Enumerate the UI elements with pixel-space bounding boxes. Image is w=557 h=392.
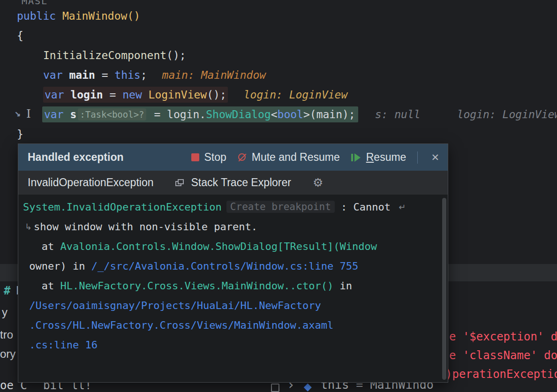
resume-label: Resume	[366, 151, 406, 164]
inline-type-hint: :Task<bool>?	[78, 108, 146, 121]
keyword-new: new	[122, 89, 148, 101]
clipped-label-y: y	[2, 306, 8, 319]
stack-trace-explorer-label: Stack Trace Explorer	[191, 176, 291, 189]
ref-login: login	[167, 108, 199, 121]
settings-gear-icon[interactable]: ⚙	[313, 176, 323, 189]
inline-hint-login: login: LoginView	[244, 89, 348, 101]
error-text-exception: e '$exception' doe	[449, 330, 557, 343]
stack-square-front	[178, 179, 184, 184]
frame-signature-avalonia: Avalonia.Controls.Window.ShowDialog[TRes…	[60, 241, 377, 252]
keyword-this: this	[114, 69, 140, 81]
resume-button[interactable]: Resume	[351, 151, 406, 164]
clipped-code-fragment: MASL	[22, 0, 48, 7]
at-prefix: at	[23, 241, 60, 252]
stop-icon	[191, 153, 199, 161]
resume-icon	[351, 153, 361, 162]
source-link-path-1[interactable]: /Users/oaimisgnay/Projects/HuaLai/HL.New…	[23, 300, 321, 311]
frame-signature-tail: owner) in	[23, 260, 91, 272]
open-brace: {	[17, 30, 23, 42]
trace-line-6: /Users/oaimisgnay/Projects/HuaLai/HL.New…	[23, 295, 443, 315]
trace-line-8: .cs:line 16	[23, 335, 443, 354]
method-showdialog: ShowDialog	[206, 108, 271, 121]
source-link-window-cs[interactable]: /_/src/Avalonia.Controls/Window.cs:line …	[91, 260, 359, 272]
stop-button[interactable]: Stop	[191, 151, 226, 164]
error-text-classname: e 'className' doe	[449, 349, 557, 362]
code-line-4[interactable]: var main = this; main: MainWindow	[43, 65, 266, 85]
header-divider	[417, 151, 418, 164]
close-button[interactable]: ✕	[429, 152, 441, 163]
stop-label: Stop	[204, 151, 226, 164]
panel-square-icon[interactable]	[271, 384, 279, 392]
assign-op: =	[148, 108, 167, 121]
code-line-1[interactable]: public MainWindow()	[17, 6, 140, 26]
exception-console[interactable]: System.InvalidOperationExceptionCreate b…	[18, 195, 448, 356]
stack-trace-explorer-icon	[175, 178, 186, 188]
clipped-label-tro: tro	[0, 328, 13, 341]
dialog-header: Handled exception Stop Mute and Resume	[18, 144, 448, 171]
code-line-6-current[interactable]: var s:Task<bool>? = login.ShowDialog<boo…	[42, 105, 557, 124]
exception-message-start: : Cannot	[335, 201, 397, 213]
stack-trace-explorer-button[interactable]: Stack Trace Explorer	[175, 176, 291, 189]
keyword-var: var	[44, 108, 70, 121]
statement-highlight: var login = new LoginView();	[43, 87, 228, 103]
close-brace: }	[17, 128, 23, 140]
in-suffix: in	[333, 280, 352, 292]
dialog-title: Handled exception	[28, 151, 123, 164]
type-loginview: LoginView	[149, 89, 207, 101]
keyword-bool: bool	[278, 108, 303, 121]
keyword-var: var	[45, 89, 70, 101]
generic-close: >(	[303, 108, 316, 121]
mute-and-resume-button[interactable]: Mute and Resume	[238, 151, 340, 164]
dialog-subheader: InvalidOperationException Stack Trace Ex…	[18, 171, 448, 195]
mute-breakpoints-icon	[238, 153, 247, 162]
keyword-var: var	[43, 69, 69, 81]
resume-mnemonic: R	[366, 151, 374, 163]
resume-triangle	[354, 153, 361, 162]
soft-wrap-end-icon: ↵	[399, 202, 406, 212]
assign-op: =	[95, 69, 115, 81]
exception-fqn: System.InvalidOperationException	[23, 201, 222, 213]
mute-label: Mute and Resume	[252, 151, 340, 164]
at-prefix: at	[23, 280, 60, 292]
scrollbar[interactable]	[442, 198, 446, 380]
error-text-operationexception: )perationException	[445, 368, 557, 381]
soft-wrap-start-icon: ↳	[25, 222, 32, 232]
exception-message-rest: show window with non-visible parent.	[34, 221, 257, 233]
trace-line-4: owner) in /_/src/Avalonia.Controls/Windo…	[23, 256, 443, 276]
execution-pointer-icon: →	[12, 107, 24, 120]
inline-hint-main: main: MainWindow	[162, 69, 266, 81]
resume-bar	[351, 154, 353, 161]
trace-line-1: System.InvalidOperationExceptionCreate b…	[23, 197, 443, 217]
ide-screen: MASL public MainWindow() { InitializeCom…	[0, 0, 557, 392]
ctor-parens: ();	[207, 89, 226, 101]
local-login: login	[70, 89, 103, 101]
call-initializecomponent: InitializeComponent	[43, 49, 166, 61]
source-link-path-3[interactable]: .cs:line 16	[23, 339, 98, 351]
dot-op: .	[199, 108, 206, 121]
trace-line-3: at Avalonia.Controls.Window.ShowDialog[T…	[23, 236, 443, 256]
code-line-2[interactable]: {	[17, 26, 23, 45]
text-cursor-icon: I	[26, 107, 31, 121]
create-breakpoint-ghost-button[interactable]: Create breakpoint	[226, 201, 335, 213]
close-parens: );	[342, 108, 355, 121]
generic-open: <	[271, 108, 278, 121]
clipped-label-ory: ory	[0, 347, 15, 361]
handled-exception-dialog: Handled exception Stop Mute and Resume	[18, 143, 448, 383]
local-s: s	[70, 108, 76, 121]
trace-line-5: at HL.NewFactory.Cross.Views.MainWindow.…	[23, 276, 443, 295]
trace-line-7: .Cross/HL.NewFactory.Cross/Views/MainWin…	[23, 315, 443, 335]
local-main: main	[69, 69, 95, 81]
execution-point-highlight: var s:Task<bool>? = login.ShowDialog<boo…	[42, 106, 358, 122]
method-mainwindow: MainWindow()	[62, 10, 140, 22]
code-line-7[interactable]: }	[17, 124, 23, 144]
semicolon: ;	[141, 69, 147, 81]
trace-line-2: ↳show window with non-visible parent.	[23, 217, 443, 236]
keyword-public: public	[17, 10, 62, 22]
code-line-3[interactable]: InitializeComponent();	[43, 45, 186, 65]
call-parens: ();	[166, 49, 186, 61]
header-actions: Stop Mute and Resume Resume	[191, 151, 441, 164]
code-line-5[interactable]: var login = new LoginView(); login: Logi…	[43, 85, 347, 105]
source-link-path-2[interactable]: .Cross/HL.NewFactory.Cross/Views/MainWin…	[23, 319, 333, 331]
inline-hint-s: s: null	[375, 108, 421, 121]
inline-hint-login2: login: LoginView	[457, 108, 557, 121]
